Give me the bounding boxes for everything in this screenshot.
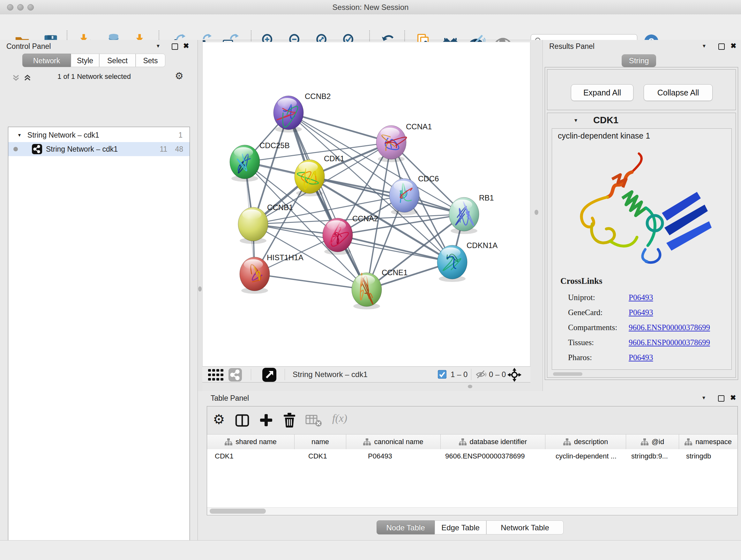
column-header-name[interactable]: name bbox=[294, 435, 346, 449]
edge-count: 48 bbox=[175, 145, 183, 153]
window-title: Session: New Session bbox=[0, 0, 741, 14]
selected-checkbox[interactable] bbox=[438, 370, 447, 379]
tab-network-table[interactable]: Network Table bbox=[486, 520, 563, 535]
column-header-namespace[interactable]: namespace bbox=[679, 435, 737, 449]
show-columns-button[interactable] bbox=[235, 414, 249, 427]
network-node-CCNE1[interactable] bbox=[352, 273, 382, 307]
cell-namespace[interactable]: stringdb bbox=[679, 449, 737, 463]
open-in-new-window-button[interactable] bbox=[262, 368, 276, 382]
protein-structure-image bbox=[559, 144, 725, 272]
collapse-all-networks-icon[interactable] bbox=[11, 73, 20, 82]
float-panel-button[interactable] bbox=[718, 44, 725, 50]
splitter-handle-icon[interactable] bbox=[535, 210, 538, 215]
network-node-CDC6[interactable] bbox=[389, 179, 419, 212]
cell-canonical-name[interactable]: P06493 bbox=[346, 449, 441, 463]
vertical-splitter-right[interactable] bbox=[530, 40, 542, 391]
table-hscrollbar[interactable] bbox=[207, 507, 737, 515]
network-node-CDK1[interactable] bbox=[294, 160, 325, 193]
float-panel-button[interactable] bbox=[718, 395, 724, 401]
crosslink-row: GeneCard:P06493 bbox=[568, 305, 710, 320]
network-canvas[interactable]: CCNB2CCNA1CDC25BCDK1CDC6RB1CCNB1CCNA2CDK… bbox=[202, 42, 530, 367]
crosslink-link[interactable]: 9606.ENSP00000378699 bbox=[629, 323, 710, 332]
network-edge[interactable] bbox=[288, 113, 391, 142]
cell-description[interactable]: cyclin-dependent ... bbox=[545, 449, 626, 463]
crosslink-link[interactable]: P06493 bbox=[629, 353, 653, 362]
horizontal-splitter[interactable] bbox=[202, 382, 530, 391]
network-row-selected[interactable]: String Network – cdk1 11 48 bbox=[8, 142, 190, 156]
toolbar-divider bbox=[285, 369, 285, 380]
network-node-label: CCNE1 bbox=[382, 268, 408, 277]
delete-table-button[interactable] bbox=[306, 415, 322, 427]
network-node-CCNA1[interactable] bbox=[376, 125, 407, 159]
network-node-CDKN1A[interactable] bbox=[437, 245, 467, 279]
add-column-button[interactable] bbox=[259, 414, 273, 427]
cytoscape-window: Session: New Session bbox=[0, 0, 741, 560]
network-edge[interactable] bbox=[288, 113, 367, 290]
splitter-handle-icon[interactable] bbox=[468, 385, 472, 388]
network-options-gear-icon[interactable]: ⚙ bbox=[175, 70, 184, 81]
network-node-CDC25B[interactable] bbox=[230, 145, 260, 179]
network-view-mode-button[interactable] bbox=[228, 368, 242, 381]
network-node-CCNB1[interactable] bbox=[238, 207, 268, 241]
crosslink-link[interactable]: 9606.ENSP00000378699 bbox=[629, 338, 710, 347]
expand-all-button[interactable]: Expand All bbox=[571, 84, 633, 101]
column-header-description[interactable]: description bbox=[545, 435, 626, 449]
crosslink-row: Pharos:P06493 bbox=[568, 350, 710, 365]
crosslinks-heading: CrossLinks bbox=[560, 276, 603, 286]
panel-menu-caret-icon[interactable]: ▼ bbox=[702, 43, 706, 49]
grid-view-button[interactable] bbox=[208, 369, 223, 381]
main-toolbar: ? bbox=[0, 14, 741, 40]
column-header-shared-name[interactable]: shared name bbox=[207, 435, 294, 449]
close-panel-button[interactable]: ✖ bbox=[730, 394, 736, 402]
crosslink-link[interactable]: P06493 bbox=[629, 308, 653, 317]
network-node-CCNA2[interactable] bbox=[323, 218, 353, 252]
tab-network[interactable]: Network bbox=[22, 54, 71, 67]
tab-edge-table[interactable]: Edge Table bbox=[434, 520, 486, 535]
protein-section-caret-icon[interactable]: ▼ bbox=[574, 118, 578, 123]
control-panel-title: Control Panel bbox=[6, 42, 51, 51]
delete-column-button[interactable] bbox=[283, 413, 296, 428]
network-node-CCNB2[interactable] bbox=[273, 96, 304, 130]
table-header-row: shared name name canonical name database… bbox=[207, 435, 737, 449]
cell-database-identifier[interactable]: 9606.ENSP00000378699 bbox=[441, 449, 545, 463]
expand-all-networks-icon[interactable] bbox=[23, 73, 32, 82]
network-node-HIST1H1A[interactable] bbox=[240, 257, 270, 291]
network-graph[interactable]: CCNB2CCNA1CDC25BCDK1CDC6RB1CCNB1CCNA2CDK… bbox=[203, 42, 530, 366]
splitter-handle-icon[interactable] bbox=[198, 287, 202, 292]
column-header-id[interactable]: @id bbox=[626, 435, 679, 449]
birds-eye-view-button[interactable] bbox=[508, 368, 522, 382]
network-edge[interactable] bbox=[255, 274, 367, 290]
collapse-all-button[interactable]: Collapse All bbox=[644, 84, 713, 101]
cell-id[interactable]: stringdb:9... bbox=[626, 449, 679, 463]
panel-menu-caret-icon[interactable]: ▼ bbox=[156, 43, 160, 49]
table-hscrollbar-thumb[interactable] bbox=[210, 509, 266, 514]
close-panel-button[interactable]: ✖ bbox=[183, 42, 189, 50]
column-header-canonical-name[interactable]: canonical name bbox=[346, 435, 441, 449]
table-settings-gear-icon[interactable]: ⚙ bbox=[213, 413, 225, 426]
network-node-label: RB1 bbox=[479, 193, 494, 202]
table-row[interactable]: CDK1 CDK1 P06493 9606.ENSP00000378699 cy… bbox=[207, 449, 737, 463]
cell-shared-name[interactable]: CDK1 bbox=[207, 449, 294, 463]
tab-style[interactable]: Style bbox=[71, 54, 99, 67]
network-collection-row[interactable]: ▼ String Network – cdk1 1 bbox=[8, 128, 190, 142]
crosslink-link[interactable]: P06493 bbox=[629, 293, 653, 302]
protein-detail-card: cyclin-dependent kinase 1 bbox=[552, 128, 732, 370]
tab-node-table[interactable]: Node Table bbox=[377, 520, 434, 535]
results-hscrollbar-thumb[interactable] bbox=[553, 372, 583, 376]
tree-caret-icon[interactable]: ▼ bbox=[17, 132, 22, 138]
close-panel-button[interactable]: ✖ bbox=[731, 42, 736, 50]
cell-name[interactable]: CDK1 bbox=[294, 449, 346, 463]
network-node-label: CCNA2 bbox=[352, 214, 378, 223]
function-builder-button[interactable]: f(x) bbox=[332, 412, 347, 424]
tab-sets[interactable]: Sets bbox=[136, 54, 165, 67]
trash-icon bbox=[283, 413, 296, 428]
network-icon bbox=[32, 144, 42, 154]
table-panel-title: Table Panel bbox=[211, 394, 249, 402]
results-panel: Results Panel ▼ ✖ String Expand All Coll… bbox=[542, 40, 741, 391]
column-header-database-identifier[interactable]: database identifier bbox=[441, 435, 545, 449]
tab-select[interactable]: Select bbox=[99, 54, 136, 67]
float-panel-button[interactable] bbox=[172, 44, 178, 50]
network-node-RB1[interactable] bbox=[449, 197, 479, 231]
panel-menu-caret-icon[interactable]: ▼ bbox=[701, 395, 706, 400]
tab-string[interactable]: String bbox=[622, 54, 656, 67]
